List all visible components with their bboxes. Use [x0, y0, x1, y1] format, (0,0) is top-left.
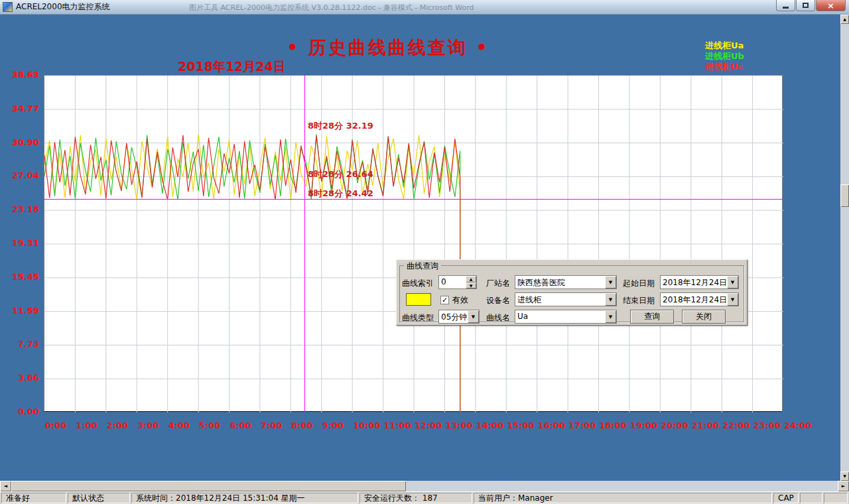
minimize-button[interactable] — [776, 0, 795, 11]
curve-type-label: 曲线类型 — [402, 312, 434, 324]
start-date-value: 2018年12月24日 — [661, 276, 727, 288]
curve-query-dialog: 曲线查询 曲线索引 0 ▲ ▼ ✓ 有效 曲线类型 05分钟 ▼ 厂站名 陕西慈… — [396, 259, 748, 326]
plot-area[interactable] — [44, 75, 783, 412]
x-tick-label: 1:00 — [76, 420, 97, 430]
dropdown-arrow-icon[interactable]: ▼ — [605, 310, 616, 323]
background-window-titles: 图片工具 ACREL-2000电力监控系统 V3.0.28.1122.doc -… — [189, 3, 560, 13]
y-tick-label: 15.45 — [0, 272, 39, 282]
station-value: 陕西慈善医院 — [515, 276, 605, 288]
x-tick-label: 6:00 — [230, 420, 251, 430]
cursor-vertical-line — [304, 75, 305, 412]
x-tick-label: 9:00 — [322, 420, 344, 430]
chart-date-label: 2018年12月24日 — [178, 58, 286, 76]
device-label: 设备名 — [486, 295, 510, 306]
y-tick-label: 23.18 — [0, 204, 39, 214]
horizontal-scroll-track[interactable] — [11, 481, 838, 491]
curve-index-spinner[interactable]: 0 ▲ ▼ — [438, 275, 477, 289]
end-date-select[interactable]: 2018年12月24日 ▼ — [660, 292, 739, 306]
x-tick-label: 23:00 — [753, 420, 781, 430]
checkbox-check-icon[interactable]: ✓ — [440, 296, 449, 304]
vertical-scroll-thumb[interactable] — [840, 184, 849, 207]
status-safe-days: 安全运行天数： 187 — [359, 493, 472, 503]
x-tick-label: 22:00 — [722, 420, 750, 430]
legend-item: 进线柜Ua — [705, 40, 785, 51]
scroll-right-button[interactable]: ► — [838, 481, 849, 491]
close-dialog-button[interactable]: 关闭 — [682, 310, 726, 324]
x-tick-label: 16:00 — [538, 420, 565, 430]
x-tick-label: 19:00 — [630, 420, 657, 430]
y-tick-label: 30.90 — [0, 137, 39, 147]
dropdown-arrow-icon[interactable]: ▼ — [468, 310, 479, 323]
x-tick-label: 17:00 — [568, 420, 596, 430]
window-controls: × — [775, 0, 846, 11]
curve-name-value: Ua — [515, 310, 605, 323]
x-tick-label: 12:00 — [415, 420, 442, 430]
x-tick-label: 3:00 — [137, 420, 159, 430]
valid-checkbox[interactable]: ✓ 有效 — [440, 294, 468, 306]
valid-label: 有效 — [452, 294, 468, 306]
chart-legend: 进线柜Ua进线柜Ub进线柜Uc — [705, 40, 785, 72]
x-tick-label: 7:00 — [261, 420, 282, 430]
x-tick-label: 13:00 — [445, 420, 472, 430]
status-mode: 默认状态 — [68, 493, 130, 503]
x-tick-label: 15:00 — [507, 420, 534, 430]
dropdown-arrow-icon[interactable]: ▼ — [605, 276, 616, 288]
status-ready: 准备好 — [1, 493, 66, 503]
close-button[interactable]: × — [816, 0, 846, 11]
curve-name-select[interactable]: Ua ▼ — [515, 310, 617, 324]
y-tick-label: 7.73 — [0, 339, 39, 349]
y-tick-label: 38.63 — [0, 70, 39, 80]
x-tick-label: 20:00 — [661, 420, 688, 430]
app-icon — [3, 2, 13, 12]
x-tick-label: 14:00 — [476, 420, 503, 430]
status-cap: CAP — [773, 493, 799, 503]
device-value: 进线柜 — [515, 293, 605, 306]
x-tick-label: 2:00 — [107, 420, 128, 430]
x-tick-label: 18:00 — [600, 420, 627, 430]
y-tick-label: 34.77 — [0, 103, 39, 113]
end-date-value: 2018年12月24日 — [661, 293, 727, 306]
vertical-scrollbar[interactable]: ▲ ▼ — [840, 15, 849, 481]
titlebar: ACREL2000电力监控系统 图片工具 ACREL-2000电力监控系统 V3… — [0, 0, 849, 15]
scroll-down-button[interactable]: ▼ — [840, 472, 849, 481]
curve-color-swatch[interactable] — [406, 293, 431, 306]
y-tick-label: 19.31 — [0, 238, 39, 248]
station-select[interactable]: 陕西慈善医院 ▼ — [515, 275, 617, 289]
spin-up-button[interactable]: ▲ — [466, 276, 476, 283]
y-tick-label: 27.04 — [0, 170, 39, 180]
curve-index-label: 曲线索引 — [402, 278, 434, 289]
end-date-label: 结束日期 — [623, 295, 655, 306]
curve-type-select[interactable]: 05分钟 ▼ — [438, 310, 480, 324]
status-empty-1 — [800, 493, 822, 503]
start-date-label: 起始日期 — [623, 278, 655, 289]
status-system-time: 系统时间：2018年12月24日 15:31:04 星期一 — [131, 493, 358, 503]
x-tick-label: 0:00 — [45, 420, 66, 430]
curve-type-value: 05分钟 — [439, 310, 468, 323]
dropdown-arrow-icon[interactable]: ▼ — [727, 276, 738, 288]
x-tick-label: 4:00 — [168, 420, 190, 430]
y-tick-label: 0.00 — [0, 407, 39, 416]
window-title: ACREL2000电力监控系统 — [16, 1, 110, 13]
minimize-icon — [783, 7, 789, 9]
horizontal-scroll-thumb[interactable] — [11, 481, 406, 491]
curve-plot — [44, 76, 783, 412]
query-button[interactable]: 查询 — [630, 310, 674, 324]
start-date-select[interactable]: 2018年12月24日 ▼ — [660, 275, 739, 289]
device-select[interactable]: 进线柜 ▼ — [515, 292, 617, 306]
page-title: • 历史曲线曲线查询 • — [235, 36, 541, 60]
dropdown-arrow-icon[interactable]: ▼ — [727, 293, 738, 306]
x-tick-label: 10:00 — [353, 420, 380, 430]
scroll-left-button[interactable]: ◄ — [0, 481, 11, 491]
x-tick-label: 11:00 — [384, 420, 411, 430]
close-icon: × — [827, 1, 834, 10]
maximize-button[interactable] — [796, 0, 815, 11]
scroll-up-button[interactable]: ▲ — [840, 15, 849, 24]
spin-down-button[interactable]: ▼ — [466, 283, 476, 289]
status-current-user: 当前用户：Manager — [474, 493, 772, 503]
horizontal-scrollbar[interactable]: ◄ ► — [0, 481, 849, 491]
x-tick-label: 5:00 — [199, 420, 220, 430]
dropdown-arrow-icon[interactable]: ▼ — [605, 293, 616, 306]
cursor-horizontal-line — [44, 199, 783, 200]
curve-name-label: 曲线名 — [486, 312, 510, 324]
y-tick-label: 3.86 — [0, 373, 39, 383]
